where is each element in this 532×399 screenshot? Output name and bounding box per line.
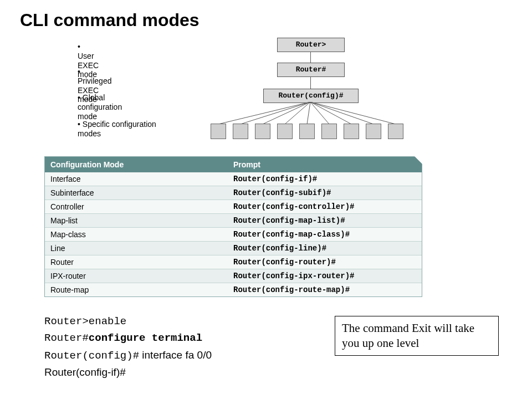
- leaf-row: [211, 124, 403, 139]
- leaf-box: [211, 124, 226, 139]
- cmd-line-1: Router>enable: [44, 313, 212, 330]
- exit-callout: The command Exit will take you up one le…: [335, 316, 499, 356]
- leaf-box: [277, 124, 293, 139]
- svg-line-1: [241, 102, 310, 124]
- cmd-text: enable: [89, 315, 126, 328]
- cmd-text: configure terminal: [89, 332, 202, 344]
- cell-prompt: Router(config-route-map)#: [228, 283, 422, 296]
- cell-prompt: Router(config-controller)#: [228, 200, 422, 213]
- cmd-prefix: Router>: [44, 315, 89, 328]
- cmd-prefix: Router(config)#: [44, 350, 139, 362]
- header-prompt: Prompt: [228, 157, 422, 172]
- svg-line-4: [307, 102, 310, 124]
- cell-mode: Interface: [45, 172, 228, 186]
- cell-mode: Router: [45, 255, 228, 269]
- cell-prompt: Router(config-router)#: [228, 255, 422, 269]
- svg-line-2: [263, 102, 310, 124]
- table-row: Map-listRouter(config-map-list)#: [45, 213, 422, 227]
- leaf-box: [299, 124, 315, 139]
- leaf-box: [344, 124, 359, 139]
- table-row: InterfaceRouter(config-if)#: [45, 172, 422, 186]
- command-sequence: Router>enable Router#configure terminal …: [44, 313, 212, 381]
- hier-box-user-exec: Router>: [277, 38, 345, 52]
- cmd-line-4: Router(config-if)#: [44, 364, 212, 381]
- table-row: RouterRouter(config-router)#: [45, 255, 422, 269]
- connector-line: [310, 76, 311, 89]
- cmd-prefix: Router#: [44, 332, 89, 344]
- cell-prompt: Router(config-subif)#: [228, 186, 422, 200]
- cell-prompt: Router(config-map-list)#: [228, 214, 422, 227]
- table-corner-notch: [415, 156, 422, 164]
- cell-mode: Subinterface: [45, 186, 228, 200]
- config-mode-table: Configuration Mode Prompt InterfaceRoute…: [44, 156, 422, 297]
- cell-mode: Route-map: [45, 283, 228, 296]
- leaf-box: [388, 124, 403, 139]
- hier-box-priv-exec: Router#: [277, 63, 345, 77]
- cmd-line-2: Router#configure terminal: [44, 330, 212, 346]
- table-header: Configuration Mode Prompt: [45, 157, 422, 172]
- table-row: Route-mapRouter(config-route-map)#: [45, 283, 422, 296]
- cell-prompt: Router(config-map-class)#: [228, 228, 422, 241]
- cmd-text: interface fa 0/0: [139, 349, 212, 361]
- fan-connectors: [211, 102, 416, 124]
- leaf-box: [321, 124, 337, 139]
- cell-prompt: Router(config-line)#: [228, 242, 422, 255]
- cell-prompt: Router(config-ipx-router)#: [228, 269, 422, 283]
- leaf-box: [366, 124, 381, 139]
- header-mode: Configuration Mode: [45, 157, 228, 172]
- cmd-line-3: Router(config)# interface fa 0/0: [44, 347, 212, 364]
- table-row: LineRouter(config-line)#: [45, 241, 422, 255]
- svg-line-8: [310, 102, 396, 124]
- cell-mode: Map-class: [45, 228, 228, 241]
- hier-box-global-config: Router(config)#: [263, 89, 359, 103]
- table-row: ControllerRouter(config-controller)#: [45, 200, 422, 213]
- cell-mode: Map-list: [45, 214, 228, 227]
- table-row: IPX-routerRouter(config-ipx-router)#: [45, 269, 422, 283]
- cell-mode: Line: [45, 242, 228, 255]
- svg-line-6: [310, 102, 351, 124]
- leaf-box: [255, 124, 270, 139]
- hierarchy-diagram: User EXEC mode Privileged EXEC mode Glob…: [44, 38, 421, 154]
- connector-line: [310, 52, 311, 63]
- cell-prompt: Router(config-if)#: [228, 172, 422, 186]
- table-row: SubinterfaceRouter(config-subif)#: [45, 186, 422, 200]
- table-row: Map-classRouter(config-map-class)#: [45, 227, 422, 241]
- table-body: InterfaceRouter(config-if)#SubinterfaceR…: [45, 172, 422, 296]
- bullet-global-config: Global configuration mode: [78, 93, 122, 121]
- leaf-box: [233, 124, 248, 139]
- cell-mode: Controller: [45, 200, 228, 213]
- bullet-specific-config: Specific configuration modes: [78, 120, 166, 139]
- page-title: CLI command modes: [20, 10, 200, 30]
- cell-mode: IPX-router: [45, 269, 228, 283]
- svg-line-0: [218, 102, 310, 124]
